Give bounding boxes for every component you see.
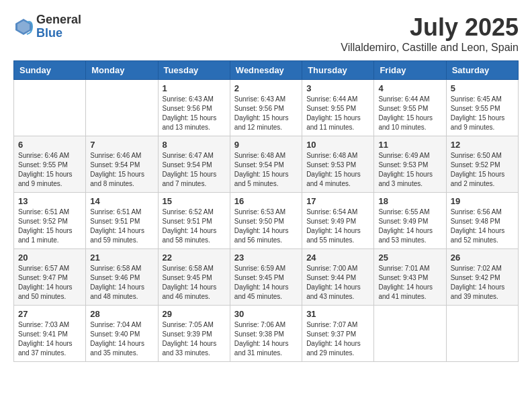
day-info: Sunrise: 6:46 AMSunset: 9:55 PMDaylight:…: [18, 151, 81, 189]
page-header: General Blue July 2025 Villaldemiro, Cas…: [13, 13, 519, 54]
calendar-table: SundayMondayTuesdayWednesdayThursdayFrid…: [13, 60, 519, 362]
logo-text: General Blue: [36, 13, 81, 40]
day-number: 31: [306, 309, 369, 319]
location-subtitle: Villaldemiro, Castille and Leon, Spain: [341, 42, 519, 54]
day-number: 14: [90, 196, 153, 206]
day-info: Sunrise: 6:53 AMSunset: 9:50 PMDaylight:…: [234, 208, 298, 245]
day-info: Sunrise: 6:51 AMSunset: 9:52 PMDaylight:…: [18, 208, 81, 245]
day-number: 19: [451, 196, 514, 206]
day-number: 16: [234, 196, 298, 206]
day-number: 13: [18, 196, 81, 206]
day-info: Sunrise: 7:07 AMSunset: 9:37 PMDaylight:…: [306, 320, 369, 358]
calendar-week-row: 27Sunrise: 7:03 AMSunset: 9:41 PMDayligh…: [14, 306, 519, 362]
day-number: 9: [234, 140, 298, 150]
calendar-cell: [446, 306, 518, 362]
calendar-cell: 31Sunrise: 7:07 AMSunset: 9:37 PMDayligh…: [302, 306, 374, 362]
day-number: 24: [306, 253, 369, 263]
day-info: Sunrise: 6:58 AMSunset: 9:46 PMDaylight:…: [90, 264, 153, 302]
day-info: Sunrise: 7:06 AMSunset: 9:38 PMDaylight:…: [234, 320, 298, 358]
day-info: Sunrise: 7:03 AMSunset: 9:41 PMDaylight:…: [18, 320, 81, 358]
calendar-cell: 21Sunrise: 6:58 AMSunset: 9:46 PMDayligh…: [86, 249, 158, 306]
day-number: 17: [306, 196, 369, 206]
day-info: Sunrise: 6:57 AMSunset: 9:47 PMDaylight:…: [18, 264, 81, 302]
calendar-cell: 6Sunrise: 6:46 AMSunset: 9:55 PMDaylight…: [14, 136, 86, 193]
day-number: 2: [234, 83, 298, 93]
day-info: Sunrise: 6:50 AMSunset: 9:52 PMDaylight:…: [451, 151, 514, 189]
calendar-cell: 9Sunrise: 6:48 AMSunset: 9:54 PMDaylight…: [230, 136, 302, 193]
calendar-cell: 8Sunrise: 6:47 AMSunset: 9:54 PMDaylight…: [158, 136, 230, 193]
calendar-cell: 12Sunrise: 6:50 AMSunset: 9:52 PMDayligh…: [446, 136, 518, 193]
calendar-cell: 26Sunrise: 7:02 AMSunset: 9:42 PMDayligh…: [446, 249, 518, 306]
calendar-cell: [86, 80, 158, 136]
day-number: 23: [234, 253, 298, 263]
logo: General Blue: [13, 13, 81, 40]
day-info: Sunrise: 6:59 AMSunset: 9:45 PMDaylight:…: [234, 264, 298, 302]
day-info: Sunrise: 6:58 AMSunset: 9:45 PMDaylight:…: [163, 264, 226, 302]
weekday-header-row: SundayMondayTuesdayWednesdayThursdayFrid…: [14, 61, 519, 80]
calendar-cell: 22Sunrise: 6:58 AMSunset: 9:45 PMDayligh…: [158, 249, 230, 306]
weekday-header: Thursday: [302, 61, 374, 80]
calendar-cell: 11Sunrise: 6:49 AMSunset: 9:53 PMDayligh…: [374, 136, 446, 193]
calendar-cell: 25Sunrise: 7:01 AMSunset: 9:43 PMDayligh…: [374, 249, 446, 306]
day-number: 5: [451, 83, 514, 93]
calendar-cell: 28Sunrise: 7:04 AMSunset: 9:40 PMDayligh…: [86, 306, 158, 362]
calendar-cell: 5Sunrise: 6:45 AMSunset: 9:55 PMDaylight…: [446, 80, 518, 136]
calendar-cell: 1Sunrise: 6:43 AMSunset: 9:56 PMDaylight…: [158, 80, 230, 136]
day-number: 21: [90, 253, 153, 263]
calendar-cell: 29Sunrise: 7:05 AMSunset: 9:39 PMDayligh…: [158, 306, 230, 362]
day-number: 7: [90, 140, 153, 150]
weekday-header: Friday: [374, 61, 446, 80]
calendar-cell: 2Sunrise: 6:43 AMSunset: 9:56 PMDaylight…: [230, 80, 302, 136]
day-info: Sunrise: 6:43 AMSunset: 9:56 PMDaylight:…: [234, 95, 298, 132]
calendar-cell: 20Sunrise: 6:57 AMSunset: 9:47 PMDayligh…: [14, 249, 86, 306]
day-info: Sunrise: 6:56 AMSunset: 9:48 PMDaylight:…: [451, 208, 514, 245]
calendar-cell: [374, 306, 446, 362]
weekday-header: Monday: [86, 61, 158, 80]
calendar-cell: 30Sunrise: 7:06 AMSunset: 9:38 PMDayligh…: [230, 306, 302, 362]
day-info: Sunrise: 6:43 AMSunset: 9:56 PMDaylight:…: [163, 95, 226, 132]
day-number: 20: [18, 253, 81, 263]
day-info: Sunrise: 6:49 AMSunset: 9:53 PMDaylight:…: [378, 151, 441, 189]
logo-blue-text: Blue: [36, 27, 81, 40]
logo-icon: [13, 17, 34, 37]
day-number: 30: [234, 309, 298, 319]
day-info: Sunrise: 7:04 AMSunset: 9:40 PMDaylight:…: [90, 320, 153, 358]
day-info: Sunrise: 6:48 AMSunset: 9:53 PMDaylight:…: [306, 151, 369, 189]
day-info: Sunrise: 6:45 AMSunset: 9:55 PMDaylight:…: [451, 95, 514, 132]
day-info: Sunrise: 6:44 AMSunset: 9:55 PMDaylight:…: [378, 95, 441, 132]
day-info: Sunrise: 6:46 AMSunset: 9:54 PMDaylight:…: [90, 151, 153, 189]
day-info: Sunrise: 6:55 AMSunset: 9:49 PMDaylight:…: [378, 208, 441, 245]
day-number: 4: [378, 83, 441, 93]
day-info: Sunrise: 7:02 AMSunset: 9:42 PMDaylight:…: [451, 264, 514, 302]
day-info: Sunrise: 6:47 AMSunset: 9:54 PMDaylight:…: [163, 151, 226, 189]
weekday-header: Sunday: [14, 61, 86, 80]
calendar-cell: 24Sunrise: 7:00 AMSunset: 9:44 PMDayligh…: [302, 249, 374, 306]
day-number: 11: [378, 140, 441, 150]
day-number: 25: [378, 253, 441, 263]
day-number: 12: [451, 140, 514, 150]
day-info: Sunrise: 7:00 AMSunset: 9:44 PMDaylight:…: [306, 264, 369, 302]
weekday-header: Wednesday: [230, 61, 302, 80]
day-info: Sunrise: 6:44 AMSunset: 9:55 PMDaylight:…: [306, 95, 369, 132]
day-info: Sunrise: 6:54 AMSunset: 9:49 PMDaylight:…: [306, 208, 369, 245]
calendar-cell: 18Sunrise: 6:55 AMSunset: 9:49 PMDayligh…: [374, 193, 446, 249]
day-number: 8: [163, 140, 226, 150]
calendar-cell: 7Sunrise: 6:46 AMSunset: 9:54 PMDaylight…: [86, 136, 158, 193]
calendar-cell: 10Sunrise: 6:48 AMSunset: 9:53 PMDayligh…: [302, 136, 374, 193]
day-info: Sunrise: 7:05 AMSunset: 9:39 PMDaylight:…: [163, 320, 226, 358]
day-info: Sunrise: 7:01 AMSunset: 9:43 PMDaylight:…: [378, 264, 441, 302]
month-title: July 2025: [341, 13, 519, 42]
day-number: 1: [163, 83, 226, 93]
day-number: 3: [306, 83, 369, 93]
weekday-header: Saturday: [446, 61, 518, 80]
day-info: Sunrise: 6:48 AMSunset: 9:54 PMDaylight:…: [234, 151, 298, 189]
day-number: 27: [18, 309, 81, 319]
day-number: 18: [378, 196, 441, 206]
calendar-cell: [14, 80, 86, 136]
day-number: 6: [18, 140, 81, 150]
weekday-header: Tuesday: [158, 61, 230, 80]
calendar-cell: 14Sunrise: 6:51 AMSunset: 9:51 PMDayligh…: [86, 193, 158, 249]
calendar-cell: 27Sunrise: 7:03 AMSunset: 9:41 PMDayligh…: [14, 306, 86, 362]
calendar-cell: 17Sunrise: 6:54 AMSunset: 9:49 PMDayligh…: [302, 193, 374, 249]
calendar-cell: 19Sunrise: 6:56 AMSunset: 9:48 PMDayligh…: [446, 193, 518, 249]
